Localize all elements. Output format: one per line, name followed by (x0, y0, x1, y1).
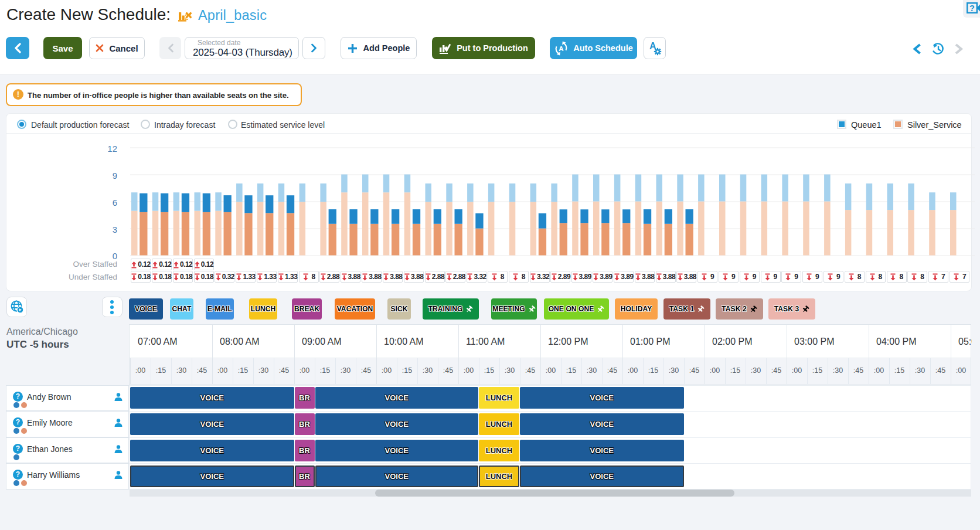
svg-text:A: A (559, 45, 564, 52)
svg-text:?: ? (969, 4, 975, 13)
